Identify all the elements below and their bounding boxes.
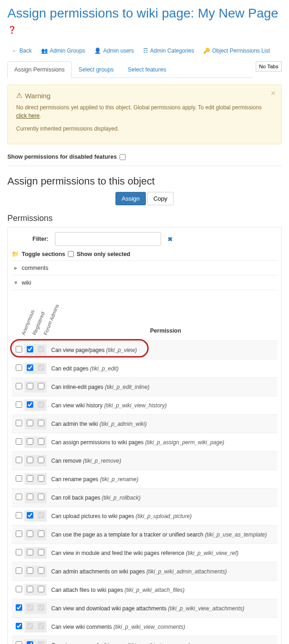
permission-checkbox[interactable] <box>16 604 22 611</box>
permission-checkbox[interactable] <box>27 346 33 352</box>
admin-users-link[interactable]: 👤Admin users <box>94 48 134 54</box>
permission-checkbox-cell <box>24 566 36 577</box>
permissions-panel: Filter: ✖ 📁 Toggle sections Show only se… <box>7 227 282 644</box>
permission-checkbox[interactable] <box>38 494 44 500</box>
back-link[interactable]: ←Back <box>12 48 32 54</box>
permission-checkbox-cell <box>13 641 24 644</box>
disabled-features-checkbox[interactable] <box>120 154 126 160</box>
permission-checkbox[interactable] <box>16 475 22 482</box>
tab-select-groups[interactable]: Select groups <box>72 61 120 78</box>
permission-row: Can edit pages (tiki_p_edit) <box>12 359 277 377</box>
permission-row: Can roll back pages (tiki_p_rollback) <box>12 488 277 507</box>
permission-checkbox[interactable] <box>16 623 22 629</box>
clear-filter-icon[interactable]: ✖ <box>168 236 173 243</box>
permission-checkbox[interactable] <box>27 586 33 592</box>
permission-checkbox[interactable] <box>27 401 33 408</box>
permission-checkbox[interactable] <box>38 457 44 463</box>
permission-checkbox[interactable] <box>38 383 44 389</box>
permission-checkbox[interactable] <box>27 531 33 537</box>
divider <box>7 166 282 166</box>
close-icon[interactable]: × <box>271 89 276 98</box>
permission-checkbox[interactable] <box>27 512 33 519</box>
permission-checkbox[interactable] <box>16 401 22 408</box>
permission-checkbox[interactable] <box>16 364 22 371</box>
permission-checkbox-cell <box>36 602 47 614</box>
tab-select-features[interactable]: Select features <box>121 61 173 78</box>
permission-checkbox <box>27 604 33 611</box>
admin-categories-link[interactable]: ☶Admin Categories <box>143 48 194 54</box>
section-comments-label: comments <box>22 265 48 271</box>
permission-checkbox[interactable] <box>16 549 22 555</box>
permission-checkbox-cell <box>24 547 36 559</box>
user-icon: 👤 <box>94 48 101 54</box>
permission-checkbox[interactable] <box>38 420 44 426</box>
permission-checkbox[interactable] <box>27 567 33 574</box>
permission-checkbox-cell <box>36 492 47 503</box>
permission-description: Can edit pages (tiki_p_edit) <box>47 365 276 372</box>
permission-row: Can rename pages (tiki_p_rename) <box>12 470 277 488</box>
filter-input[interactable] <box>55 232 161 246</box>
permission-checkbox[interactable] <box>16 641 22 644</box>
permission-description: Can rename pages (tiki_p_rename) <box>47 476 276 483</box>
permission-checkbox[interactable] <box>16 457 22 463</box>
no-tabs-button[interactable]: No Tabs <box>256 61 282 72</box>
section-wiki-label: wiki <box>22 280 31 286</box>
permission-checkbox[interactable] <box>16 531 22 537</box>
permission-checkbox[interactable] <box>27 549 33 555</box>
global-perms-link[interactable]: click here <box>16 113 40 119</box>
permission-checkbox[interactable] <box>27 383 33 389</box>
permission-checkbox-cell <box>24 473 36 485</box>
object-perms-link[interactable]: 🔑Object Permissions List <box>203 48 270 54</box>
tab-assign-permissions[interactable]: Assign Permissions <box>7 61 72 78</box>
permission-checkbox[interactable] <box>38 438 44 445</box>
permission-checkbox-cell <box>24 381 36 393</box>
permission-description: Can admin attachments on wiki pages (tik… <box>47 568 276 575</box>
assign-button[interactable]: Assign <box>115 192 145 205</box>
section-wiki[interactable]: ▾wiki <box>12 275 277 290</box>
permission-checkbox <box>38 604 44 611</box>
permission-row: Can assign permissions to wiki pages (ti… <box>12 433 277 451</box>
admin-groups-link[interactable]: 👥Admin Groups <box>41 48 85 54</box>
help-icon[interactable]: ❓ <box>7 26 17 34</box>
permission-checkbox[interactable] <box>27 420 33 426</box>
permission-checkbox[interactable] <box>16 420 22 426</box>
permission-checkbox-cell <box>24 400 36 411</box>
permission-checkbox[interactable] <box>16 438 22 445</box>
permission-row: Can remove (tiki_p_remove) <box>12 451 277 470</box>
permission-checkbox[interactable] <box>38 567 44 574</box>
copy-button[interactable]: Copy <box>147 192 173 205</box>
permission-checkbox[interactable] <box>38 549 44 555</box>
permission-checkbox[interactable] <box>16 383 22 389</box>
permission-checkbox-cell <box>13 364 24 372</box>
permission-checkbox[interactable] <box>27 494 33 500</box>
permission-checkbox[interactable] <box>16 512 22 519</box>
permission-checkbox[interactable] <box>27 438 33 445</box>
toggle-sections-link[interactable]: Toggle sections <box>22 251 65 257</box>
back-label: Back <box>19 48 32 54</box>
permission-checkbox[interactable] <box>38 475 44 482</box>
permission-row: Can admin attachments on wiki pages (tik… <box>12 562 277 580</box>
arrow-left-icon: ← <box>12 48 18 54</box>
page-title: Assign permissions to wiki page: My New … <box>7 6 282 36</box>
permission-checkbox[interactable] <box>16 586 22 592</box>
permission-checkbox[interactable] <box>38 586 44 592</box>
permission-checkbox[interactable] <box>16 346 22 352</box>
permission-checkbox[interactable] <box>38 531 44 537</box>
permission-checkbox[interactable] <box>16 494 22 500</box>
permission-checkbox-cell <box>24 492 36 503</box>
permission-description: Can remove (tiki_p_remove) <box>47 458 276 464</box>
permission-checkbox[interactable] <box>27 641 33 644</box>
permission-checkbox[interactable] <box>27 364 33 371</box>
permission-checkbox[interactable] <box>27 457 33 463</box>
permission-checkbox-cell <box>36 363 47 374</box>
show-only-selected-checkbox[interactable] <box>68 251 74 257</box>
permission-checkbox[interactable] <box>16 567 22 574</box>
sitemap-icon: ☶ <box>143 48 148 54</box>
permission-checkbox-cell <box>13 531 24 538</box>
permission-description: Can admin the wiki (tiki_p_admin_wiki) <box>47 421 276 427</box>
section-comments[interactable]: ▸comments <box>12 260 277 275</box>
permission-checkbox-cell <box>24 621 36 632</box>
permission-row: Can upload pictures to wiki pages (tiki_… <box>12 507 277 525</box>
permissions-heading: Permissions <box>7 214 282 223</box>
permission-checkbox[interactable] <box>27 475 33 482</box>
